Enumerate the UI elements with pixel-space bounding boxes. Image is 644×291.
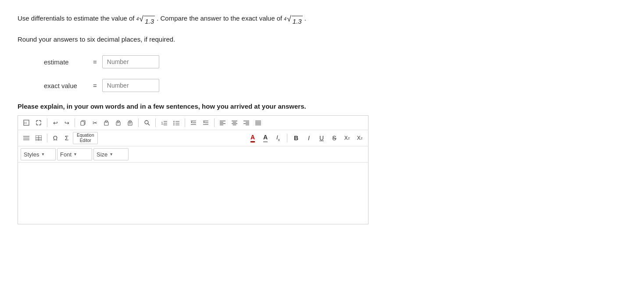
divider2 xyxy=(75,118,75,127)
align-left-icon[interactable] xyxy=(217,117,228,128)
editor-body[interactable] xyxy=(18,163,368,224)
radical2-symbol: √ xyxy=(287,15,291,23)
bg-color-btn[interactable]: A xyxy=(260,132,271,144)
divider4 xyxy=(155,118,156,127)
question-text-before: Use differentials to estimate the value … xyxy=(18,14,136,22)
equation-editor-label2: Editor xyxy=(80,138,91,143)
estimate-label: estimate xyxy=(44,58,88,66)
radical2-index: 4 xyxy=(284,16,286,23)
unordered-list-icon[interactable] xyxy=(171,117,182,128)
list2-icon[interactable] xyxy=(21,133,32,143)
strikethrough-btn[interactable]: S xyxy=(329,132,340,144)
subscript-btn[interactable]: X2 xyxy=(341,132,353,144)
radical2-content: 1.3 xyxy=(292,16,303,27)
paste-icon[interactable] xyxy=(101,117,112,128)
exact-equals: = xyxy=(93,82,97,89)
styles-arrow: ▼ xyxy=(41,152,45,156)
explain-label: Please explain, in your own words and in… xyxy=(18,103,626,110)
redo-icon[interactable]: ↪ xyxy=(61,117,72,128)
radical1-content: 1.3 xyxy=(144,16,155,27)
estimate-equals: = xyxy=(93,58,97,66)
divider5 xyxy=(185,118,185,127)
superscript-btn[interactable]: X2 xyxy=(354,132,365,144)
dropdowns-row: Styles ▼ Font ▼ Size ▼ xyxy=(18,146,368,163)
toolbar-row2: Ω Σ Equation Editor A A xyxy=(18,130,368,146)
decrease-indent-icon[interactable] xyxy=(188,117,199,128)
source-icon[interactable]: ℍ xyxy=(21,117,32,128)
sigma-icon[interactable]: Σ xyxy=(61,133,72,143)
question-text-middle: . Compare the answer to the exact value … xyxy=(157,14,284,22)
divider6 xyxy=(214,118,215,127)
divider3 xyxy=(138,118,139,127)
svg-point-20 xyxy=(173,124,174,125)
ordered-list-icon[interactable]: 1. xyxy=(158,117,170,128)
justify-icon[interactable] xyxy=(253,117,264,128)
svg-rect-3 xyxy=(81,121,84,125)
question-text-after: . xyxy=(304,14,306,22)
styles-dropdown[interactable]: Styles ▼ xyxy=(21,148,56,160)
equation-editor-btn[interactable]: Equation Editor xyxy=(73,132,98,144)
omega-icon[interactable]: Ω xyxy=(50,133,61,143)
undo-icon[interactable]: ↩ xyxy=(50,117,61,128)
svg-text:T: T xyxy=(117,122,118,125)
clear-format-btn[interactable]: Ix xyxy=(272,132,284,144)
svg-point-18 xyxy=(173,121,174,122)
bg-color-icon: A xyxy=(263,134,268,142)
rich-text-editor: ℍ ↩ ↪ ✂ T W 1. xyxy=(18,115,369,224)
copy-icon[interactable] xyxy=(78,117,89,128)
radical2: 4 √ 1.3 xyxy=(284,16,302,27)
estimate-input[interactable] xyxy=(102,55,159,68)
table-icon[interactable] xyxy=(33,133,44,143)
font-dropdown[interactable]: Font ▼ xyxy=(57,148,92,160)
svg-text:W: W xyxy=(129,122,131,125)
estimate-row: estimate = xyxy=(44,55,626,68)
paste-word-icon[interactable]: W xyxy=(125,117,136,128)
size-arrow: ▼ xyxy=(109,152,113,156)
exact-input[interactable] xyxy=(102,79,159,92)
size-label: Size xyxy=(97,151,107,158)
svg-marker-31 xyxy=(204,121,205,123)
fullscreen-icon[interactable] xyxy=(33,117,44,128)
font-color-btn[interactable]: A xyxy=(247,132,258,144)
row2-right: A A Ix B I U S X2 X2 xyxy=(247,132,365,144)
bold-btn[interactable]: B xyxy=(290,132,302,144)
align-center-icon[interactable] xyxy=(229,117,240,128)
radical1: 4 √ 1.3 xyxy=(136,16,155,27)
svg-line-13 xyxy=(148,124,150,125)
styles-label: Styles xyxy=(24,151,39,158)
divider7 xyxy=(47,134,47,142)
font-color-icon: A xyxy=(250,134,255,142)
svg-marker-27 xyxy=(191,121,192,123)
svg-point-19 xyxy=(173,123,174,124)
toolbar-row1: ℍ ↩ ↪ ✂ T W 1. xyxy=(18,116,368,130)
divider8 xyxy=(287,134,287,142)
font-label: Font xyxy=(60,151,72,158)
svg-text:ℍ: ℍ xyxy=(24,121,27,124)
align-right-icon[interactable] xyxy=(241,117,252,128)
question-line1: Use differentials to estimate the value … xyxy=(18,13,626,27)
underline-btn[interactable]: U xyxy=(316,132,327,144)
size-dropdown[interactable]: Size ▼ xyxy=(93,148,129,160)
row2-left: Ω Σ Equation Editor xyxy=(21,132,98,144)
font-arrow: ▼ xyxy=(73,152,77,156)
italic-btn[interactable]: I xyxy=(303,132,315,144)
clear-format-icon: Ix xyxy=(276,134,280,142)
radical1-symbol: √ xyxy=(139,15,143,23)
increase-indent-icon[interactable] xyxy=(200,117,211,128)
cut-icon[interactable]: ✂ xyxy=(89,117,100,128)
find-icon[interactable] xyxy=(141,117,153,128)
paste-text-icon[interactable]: T xyxy=(113,117,124,128)
exact-label: exact value xyxy=(44,82,88,89)
svg-point-12 xyxy=(145,121,148,124)
equation-editor-label1: Equation xyxy=(77,133,94,138)
exact-row: exact value = xyxy=(44,79,626,92)
divider1 xyxy=(47,118,47,127)
sub-text: Round your answers to six decimal places… xyxy=(18,35,626,43)
radical1-index: 4 xyxy=(136,16,139,23)
